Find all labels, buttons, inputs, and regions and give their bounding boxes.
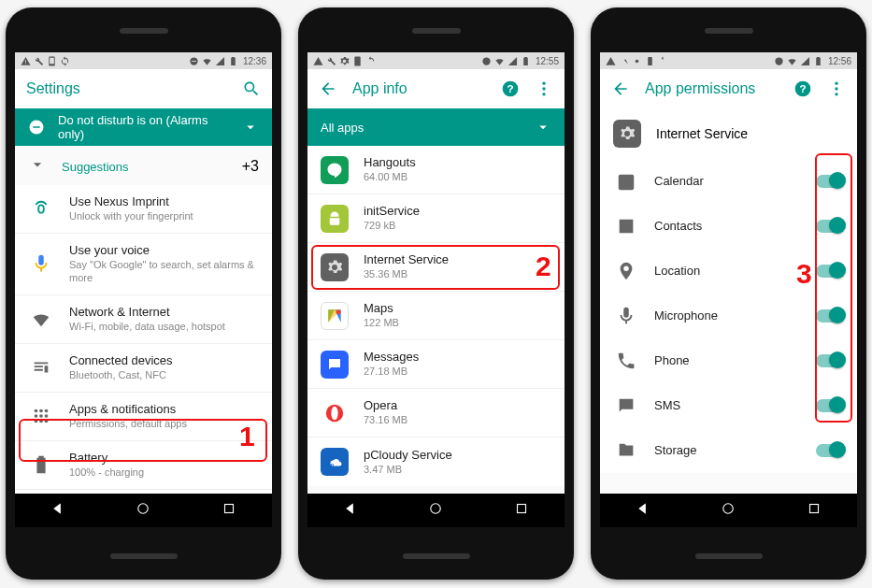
app-name: Messages	[364, 350, 551, 365]
app-row-messages[interactable]: Messages 27.18 MB	[307, 340, 565, 389]
chevron-down-icon	[242, 119, 259, 136]
status-clock: 12:55	[536, 56, 559, 66]
row-voice[interactable]: Use your voice Say "Ok Google" to search…	[15, 234, 272, 295]
battery-icon	[521, 56, 531, 66]
svg-point-19	[542, 82, 545, 85]
back-button[interactable]	[342, 500, 359, 521]
minus-circle-icon	[28, 119, 45, 136]
svg-point-33	[835, 82, 837, 85]
suggestions-badge: +3	[242, 158, 259, 175]
perm-row-contacts[interactable]: Contacts	[600, 204, 857, 249]
toggle-switch[interactable]	[816, 354, 844, 367]
help-icon[interactable]: ?	[501, 79, 520, 98]
svg-rect-29	[648, 56, 652, 65]
app-name: Internet Service	[656, 126, 748, 141]
row-battery[interactable]: Battery 100% - charging	[15, 441, 272, 490]
chevron-down-icon	[28, 155, 47, 178]
perm-label: Microphone	[654, 308, 801, 323]
dnd-banner[interactable]: Do not disturb is on (Alarms only)	[15, 108, 272, 146]
warning-icon	[313, 56, 323, 66]
row-devices[interactable]: Connected devices Bluetooth, Cast, NFC	[15, 344, 272, 393]
gear-icon	[339, 56, 350, 66]
svg-point-9	[45, 414, 49, 418]
toggle-switch[interactable]	[816, 444, 844, 457]
app-name: Internet Service	[364, 252, 551, 267]
home-button[interactable]	[135, 500, 151, 521]
svg-point-14	[138, 504, 149, 514]
perm-row-sms[interactable]: SMS	[600, 383, 857, 428]
phone-app-info: 12:55 App info ? All apps	[298, 7, 574, 580]
app-header: Settings	[15, 69, 272, 108]
sms-icon	[613, 393, 639, 419]
back-button[interactable]	[50, 500, 66, 521]
toggle-switch[interactable]	[816, 399, 844, 412]
svg-point-6	[45, 409, 49, 413]
app-size: 64.00 MB	[364, 171, 551, 184]
svg-rect-37	[810, 505, 819, 513]
overflow-icon[interactable]	[827, 79, 846, 98]
app-identity-row: Internet Service	[600, 108, 857, 159]
app-icon	[321, 156, 349, 184]
app-icon	[321, 351, 349, 379]
app-icon	[321, 302, 349, 330]
home-button[interactable]	[427, 500, 444, 521]
svg-point-30	[775, 57, 782, 65]
help-icon[interactable]: ?	[793, 79, 812, 98]
svg-point-10	[35, 420, 38, 423]
app-name: pCloudy Service	[364, 448, 551, 463]
toggle-switch[interactable]	[816, 309, 844, 323]
suggestions-row[interactable]: Suggestions +3	[15, 146, 272, 185]
app-size: 35.36 MB	[364, 268, 551, 281]
toggle-switch[interactable]	[816, 265, 844, 278]
home-button[interactable]	[720, 500, 736, 521]
header-title: App info	[352, 80, 486, 97]
back-icon[interactable]	[319, 79, 337, 98]
wrench-icon	[326, 56, 336, 66]
app-row-initservice[interactable]: initService 729 kB	[307, 194, 565, 243]
recent-button[interactable]	[806, 500, 822, 521]
app-row-opera[interactable]: Opera 73.16 MB	[307, 389, 565, 437]
banner-label: All apps	[321, 121, 364, 135]
location-icon	[613, 258, 639, 284]
status-bar: 12:55	[307, 52, 565, 69]
svg-point-5	[39, 409, 43, 413]
svg-point-20	[542, 87, 545, 90]
perm-row-location[interactable]: Location	[600, 249, 857, 294]
app-header: App permissions ?	[600, 69, 857, 108]
suggestions-label: Suggestions	[62, 160, 227, 174]
back-button[interactable]	[635, 500, 651, 521]
perm-row-storage[interactable]: Storage	[600, 428, 857, 473]
svg-text:?: ?	[507, 82, 513, 94]
app-name: Hangouts	[364, 155, 551, 170]
recent-button[interactable]	[221, 500, 237, 521]
toggle-switch[interactable]	[816, 220, 844, 233]
microphone-icon	[613, 303, 639, 329]
wrench-icon	[34, 56, 44, 66]
status-bar: 12:56	[600, 52, 857, 69]
navigation-bar	[307, 494, 565, 527]
perm-row-microphone[interactable]: Microphone	[600, 294, 857, 338]
recent-button[interactable]	[513, 500, 530, 521]
all-apps-dropdown[interactable]: All apps	[307, 108, 565, 146]
perm-label: Phone	[654, 353, 801, 368]
sync-icon	[658, 56, 668, 66]
svg-rect-15	[225, 505, 234, 513]
row-network[interactable]: Network & Internet Wi-Fi, mobile, data u…	[15, 295, 272, 344]
back-icon[interactable]	[611, 79, 630, 98]
toggle-switch[interactable]	[816, 175, 844, 188]
app-row-maps[interactable]: Maps 122 MB	[307, 292, 565, 340]
overflow-icon[interactable]	[535, 79, 553, 98]
perm-row-phone[interactable]: Phone	[600, 338, 857, 383]
app-icon	[321, 399, 349, 427]
perm-row-calendar[interactable]: Calendar	[600, 159, 857, 204]
row-imprint[interactable]: Use Nexus Imprint Unlock with your finge…	[15, 185, 272, 234]
app-row-pcloudy[interactable]: p pCloudy Service 3.47 MB	[307, 437, 565, 486]
wifi-icon	[494, 56, 505, 66]
svg-rect-27	[518, 505, 526, 513]
search-icon[interactable]	[242, 79, 261, 98]
app-row-internet-service[interactable]: Internet Service 35.36 MB	[307, 243, 565, 292]
app-row-hangouts[interactable]: Hangouts 64.00 MB	[307, 146, 565, 194]
row-title: Use Nexus Imprint	[69, 194, 259, 209]
row-apps[interactable]: Apps & notifications Permissions, defaul…	[15, 393, 272, 441]
apps-icon	[28, 403, 54, 429]
